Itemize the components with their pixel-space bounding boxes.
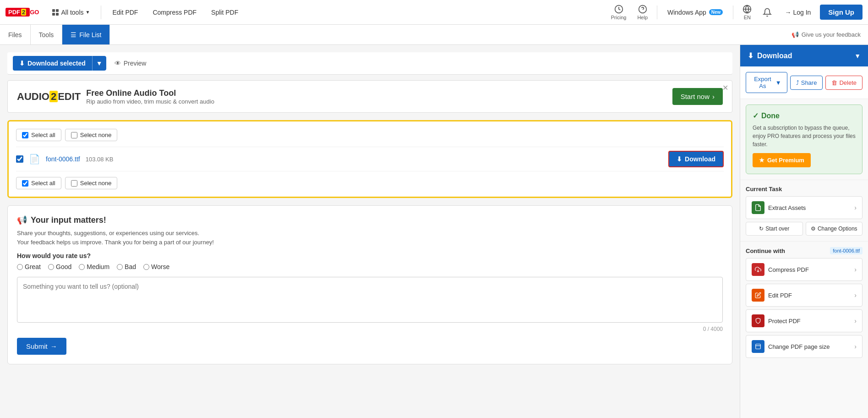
settings-icon: ⚙ [811,226,816,232]
feedback-textarea[interactable] [17,277,723,323]
log-in-btn[interactable]: → Log In [779,6,816,19]
preview-btn[interactable]: 👁 Preview [110,57,151,70]
edit-pdf-label: Edit PDF [112,9,138,16]
pricing-btn[interactable]: Pricing [607,3,630,22]
download-selected-chevron[interactable]: ▼ [92,56,106,71]
submit-btn[interactable]: Submit → [17,338,66,355]
eye-icon: 👁 [115,60,121,67]
continue-section: Continue with font-0006.ttf Compress PDF… [740,241,868,366]
select-all-label-top: Select all [31,132,55,138]
nav-divider-3 [733,6,733,19]
rating-good-radio[interactable] [48,264,54,270]
sidebar-actions: Export As ▼ ⤴ Share 🗑 Delete [740,66,868,99]
ad-close-btn[interactable]: ✕ [722,83,728,92]
file-name[interactable]: font-0006.ttf [46,155,80,163]
export-as-btn[interactable]: Export As ▼ [746,72,787,93]
rating-great-radio[interactable] [17,264,23,270]
file-list-tab-label: File List [79,31,101,38]
rating-label: How would you rate us? [17,252,723,259]
rating-great[interactable]: Great [17,263,41,270]
select-none-btn-top[interactable]: Select none [65,129,118,141]
compress-icon [752,263,764,276]
edit-pdf-btn[interactable]: Edit PDF [107,6,143,19]
continue-label: Continue with [746,248,785,254]
rating-good[interactable]: Good [48,263,71,270]
file-icon: 📄 [29,154,40,165]
nav-divider-1 [101,6,101,19]
compress-chevron: › [854,266,857,273]
feedback-section: 📢 Your input matters! Share your thought… [7,205,732,364]
continue-header: Continue with font-0006.ttf [746,247,863,254]
select-all-btn-top[interactable]: Select all [16,129,61,141]
ad-start-label: Start now [681,93,710,100]
file-list-tab[interactable]: ☰ File List [62,25,110,44]
help-btn[interactable]: Help [633,3,651,22]
sidebar-download-icon: ⬇ [748,51,753,60]
feedback-megaphone-icon: 📢 [792,31,799,38]
compress-pdf-label: Compress PDF [768,266,809,273]
share-btn[interactable]: ⤴ Share [790,76,823,90]
extract-assets-item[interactable]: Extract Assets › [746,196,863,219]
compress-pdf-label: Compress PDF [153,9,197,16]
rating-worse-radio[interactable] [143,264,149,270]
tools-tab[interactable]: Tools [31,25,63,44]
done-title-text: Done [761,112,780,120]
rating-worse[interactable]: Worse [143,263,169,270]
protect-item-left: Protect PDF [752,314,801,327]
delete-btn[interactable]: 🗑 Delete [825,76,863,90]
task-item-left: Extract Assets [752,201,806,214]
rating-bad[interactable]: Bad [117,263,136,270]
start-over-btn[interactable]: ↻ Start over [746,222,803,236]
rating-bad-radio[interactable] [117,264,123,270]
compress-pdf-item[interactable]: Compress PDF › [746,258,863,281]
ad-title: Free Online Audio Tool [86,88,214,98]
preview-label: Preview [124,60,147,67]
nav-divider-2 [657,6,657,19]
feedback-bar[interactable]: 📢 Give us your feedback [792,31,868,38]
split-pdf-btn[interactable]: Split PDF [206,6,244,19]
file-download-btn[interactable]: ⬇ Download [668,151,724,167]
file-checkbox[interactable] [16,155,23,163]
notifications-btn[interactable] [759,6,775,19]
file-row: 📄 font-0006.ttf 103.08 KB ⬇ Download [16,147,724,171]
file-size: 103.08 KB [86,156,114,163]
download-selected-btn[interactable]: ⬇ Download selected [13,56,92,71]
split-pdf-label: Split PDF [211,9,238,16]
select-all-checkbox-bottom[interactable] [22,180,28,187]
protect-chevron: › [854,317,857,324]
export-chevron-icon: ▼ [775,79,781,86]
compress-pdf-btn[interactable]: Compress PDF [147,6,202,19]
select-none-checkbox-bottom[interactable] [71,180,77,187]
export-as-label: Export As [752,76,774,89]
get-premium-label: Get Premium [767,157,804,164]
page-size-item-left: Change PDF page size [752,340,830,353]
share-label: Share [801,79,817,86]
ad-start-btn[interactable]: Start now › [672,88,723,105]
select-none-checkbox-top[interactable] [71,132,77,138]
sign-up-btn[interactable]: Sign Up [820,5,863,20]
help-icon [638,5,647,14]
ad-banner: ✕ AUDIO2EDIT Free Online Audio Tool Rip … [7,80,732,113]
rating-medium-radio[interactable] [79,264,85,270]
language-btn[interactable]: EN [739,3,755,22]
protect-pdf-item[interactable]: Protect PDF › [746,309,863,332]
all-tools-btn[interactable]: All tools ▼ [46,6,95,19]
rating-medium[interactable]: Medium [79,263,109,270]
select-all-checkbox-top[interactable] [22,132,28,138]
windows-app-btn[interactable]: Windows App New [663,6,727,19]
change-page-size-item[interactable]: Change PDF page size › [746,335,863,358]
extract-assets-icon [752,201,764,214]
change-options-btn[interactable]: ⚙ Change Options [806,222,863,236]
get-premium-btn[interactable]: ★ Get Premium [753,153,811,167]
files-tab[interactable]: Files [0,25,31,44]
current-task-section: Current Task Extract Assets › ↻ Star [740,180,868,241]
select-none-btn-bottom[interactable]: Select none [65,177,118,189]
sidebar-download-bar[interactable]: ⬇ Download ▼ [740,45,868,66]
submit-arrow-icon: → [50,342,57,350]
feedback-desc2: Your feedback helps us improve. Thank yo… [17,239,214,246]
extract-assets-label: Extract Assets [768,204,806,211]
edit-pdf-item[interactable]: Edit PDF › [746,284,863,307]
download-selected-label: Download selected [27,60,86,67]
file-list-box: Select all Select none 📄 font-0006.ttf 1… [7,120,732,198]
select-all-btn-bottom[interactable]: Select all [16,177,61,189]
